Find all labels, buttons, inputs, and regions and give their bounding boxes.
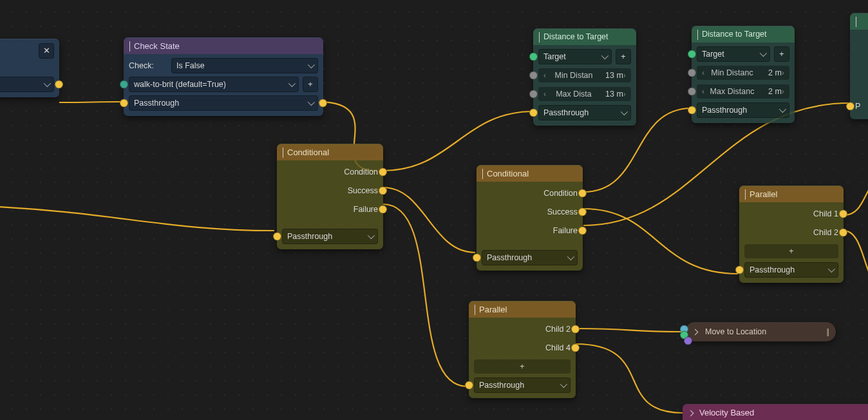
- collapse-icon[interactable]: [856, 14, 856, 30]
- node-header[interactable]: Distance to Target: [533, 29, 636, 45]
- passthrough-in-socket[interactable]: [688, 106, 696, 115]
- add-child-button[interactable]: +: [474, 359, 571, 374]
- collapse-icon[interactable]: [475, 301, 475, 318]
- node-header[interactable]: Check State: [124, 38, 323, 54]
- pause-icon: [822, 327, 829, 336]
- node-velocity-based[interactable]: Velocity Based: [683, 404, 868, 420]
- node-check-state[interactable]: Check State Check: Is False walk-to-brit…: [124, 37, 323, 116]
- condition-out-socket[interactable]: [578, 189, 587, 198]
- state-input-socket[interactable]: [120, 81, 128, 89]
- max-distance-field[interactable]: ‹Max Dista13 m›: [538, 87, 631, 101]
- min-in-socket[interactable]: [529, 72, 538, 80]
- child-2-out-socket[interactable]: [839, 229, 847, 237]
- condition-out-socket[interactable]: [379, 168, 387, 177]
- node-distance-2[interactable]: Distance to Target Target + ‹Min Distanc…: [692, 26, 795, 123]
- max-in-socket[interactable]: [529, 90, 538, 99]
- check-value-select[interactable]: Is False: [171, 58, 318, 73]
- output-socket[interactable]: [55, 81, 63, 89]
- node-header[interactable]: Conditional: [476, 166, 583, 182]
- node-title: Parallel: [479, 301, 507, 318]
- collapse-icon[interactable]: [745, 186, 746, 202]
- passthrough-select[interactable]: Passthrough: [129, 95, 318, 111]
- node-parallel-2[interactable]: Parallel Child 2 Child 4 + Passthrough: [469, 301, 576, 398]
- state-select[interactable]: walk-to-brit (default=True): [129, 77, 299, 92]
- collapse-icon[interactable]: [283, 144, 283, 160]
- min-in-socket[interactable]: [688, 69, 696, 77]
- max-distance-field[interactable]: ‹Max Distanc2 m›: [697, 84, 789, 99]
- node-header[interactable]: Velocity Based: [683, 405, 868, 420]
- node-header[interactable]: Conditional: [277, 144, 383, 160]
- node-header[interactable]: Distance to Target: [692, 26, 795, 43]
- add-target-button[interactable]: +: [774, 46, 789, 62]
- child-4-label: Child 4: [474, 343, 571, 352]
- child-1-out-socket[interactable]: [839, 210, 847, 218]
- min-distance-field[interactable]: ‹Min Distan13 m›: [538, 68, 631, 82]
- in-socket-3[interactable]: [684, 336, 692, 345]
- passthrough-out-socket[interactable]: [319, 99, 327, 108]
- passthrough-in-socket[interactable]: [846, 102, 854, 111]
- plus-icon: +: [789, 247, 793, 256]
- passthrough-in-socket[interactable]: [735, 266, 744, 274]
- max-in-socket[interactable]: [688, 88, 696, 96]
- expand-icon[interactable]: [693, 327, 700, 336]
- passthrough-in-socket[interactable]: [473, 254, 481, 262]
- child-4-out-socket[interactable]: [571, 344, 580, 352]
- passthrough-select[interactable]: Passthrough: [538, 105, 631, 120]
- passthrough-select[interactable]: Passthrough: [282, 229, 378, 244]
- node-move-to-location[interactable]: Move to Location: [685, 322, 836, 341]
- node-header[interactable]: Parallel: [469, 301, 576, 318]
- target-select[interactable]: Target: [538, 49, 612, 64]
- node-title: Distance to Target: [543, 29, 609, 45]
- target-in-socket[interactable]: [529, 53, 538, 61]
- condition-label: Condition: [282, 167, 378, 177]
- expand-icon[interactable]: [688, 405, 695, 420]
- node-conditional-2[interactable]: Conditional Condition Success Failure Pa…: [476, 165, 583, 271]
- node-distance-1[interactable]: Distance to Target Target + ‹Min Distan1…: [533, 28, 636, 126]
- add-state-button[interactable]: +: [303, 77, 318, 92]
- failure-out-socket[interactable]: [578, 227, 587, 235]
- passthrough-in-socket[interactable]: [273, 233, 281, 241]
- collapse-icon[interactable]: [697, 26, 698, 43]
- condition-label: Condition: [482, 189, 578, 198]
- collapse-icon[interactable]: [129, 38, 130, 54]
- passthrough-label: P: [855, 102, 868, 111]
- node-title: Conditional: [287, 144, 329, 160]
- plus-icon: +: [621, 50, 625, 63]
- passthrough-select[interactable]: Passthrough: [482, 250, 578, 265]
- child-1-label: Child 1: [744, 209, 838, 218]
- node-title: Check State: [134, 38, 180, 54]
- failure-out-socket[interactable]: [379, 205, 387, 214]
- plus-icon: +: [308, 78, 312, 91]
- success-label: Success: [282, 186, 378, 195]
- child-2-label: Child 2: [474, 325, 571, 334]
- node-header[interactable]: [850, 14, 868, 30]
- node-parallel-1[interactable]: Parallel Child 1 Child 2 + Passthrough: [739, 186, 844, 283]
- node-header[interactable]: Parallel: [739, 186, 844, 202]
- axe-select[interactable]: d is axe: [0, 77, 54, 92]
- node-partial-left[interactable]: ✕ d is axe: [0, 39, 59, 97]
- passthrough-in-socket[interactable]: [465, 381, 473, 390]
- min-distance-field[interactable]: ‹Min Distanc2 m›: [697, 66, 789, 80]
- passthrough-in-socket[interactable]: [120, 99, 128, 108]
- close-icon: ✕: [43, 44, 50, 57]
- plus-icon: +: [779, 48, 784, 61]
- plus-icon: +: [520, 362, 524, 371]
- add-child-button[interactable]: +: [744, 244, 838, 258]
- node-conditional-1[interactable]: Conditional Condition Success Failure Pa…: [277, 144, 383, 249]
- passthrough-select[interactable]: Passthrough: [697, 102, 789, 118]
- child-2-label: Child 2: [744, 228, 838, 237]
- target-in-socket[interactable]: [688, 50, 696, 59]
- close-button[interactable]: ✕: [39, 43, 54, 59]
- collapse-icon[interactable]: [482, 166, 483, 182]
- passthrough-in-socket[interactable]: [529, 109, 538, 117]
- success-out-socket[interactable]: [578, 208, 587, 216]
- passthrough-select[interactable]: Passthrough: [744, 262, 838, 278]
- collapse-icon[interactable]: [539, 29, 540, 45]
- add-target-button[interactable]: +: [616, 49, 631, 64]
- node-title: Distance to Target: [702, 26, 767, 43]
- success-out-socket[interactable]: [379, 187, 387, 195]
- node-partial-right[interactable]: P: [850, 13, 868, 119]
- child-2-out-socket[interactable]: [571, 325, 580, 334]
- target-select[interactable]: Target: [697, 46, 770, 62]
- passthrough-select[interactable]: Passthrough: [474, 377, 571, 393]
